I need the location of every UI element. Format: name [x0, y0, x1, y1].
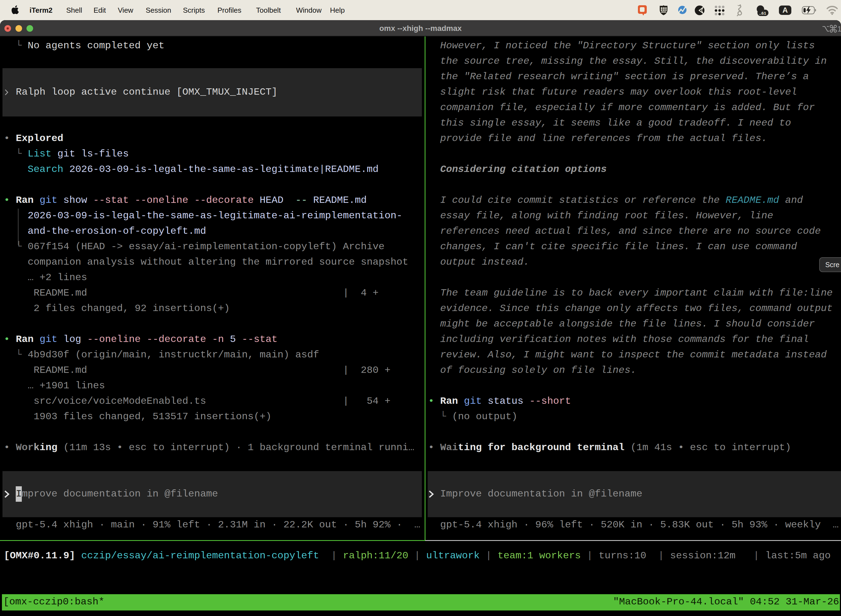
svg-text:..61: ..61 — [759, 11, 766, 15]
svg-text:1: 1 — [837, 25, 841, 33]
